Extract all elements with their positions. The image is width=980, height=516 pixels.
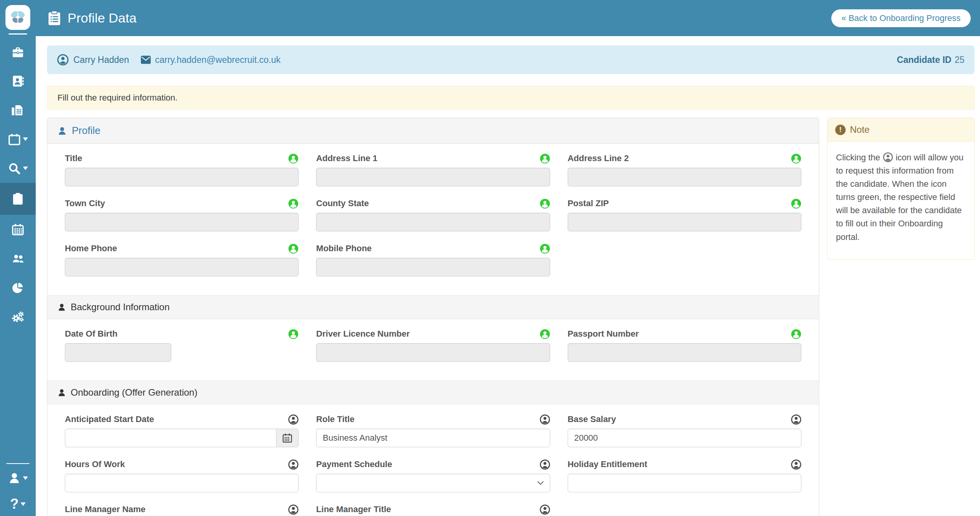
request-from-candidate-icon[interactable]	[540, 198, 550, 209]
sidebar-nav	[0, 37, 36, 331]
mobile-phone-input	[316, 258, 550, 276]
section-title: Background Information	[71, 302, 170, 313]
user-icon	[57, 303, 66, 311]
exclamation-circle-icon: !	[835, 125, 846, 135]
date-picker-button[interactable]	[276, 429, 299, 447]
request-from-candidate-icon[interactable]	[791, 153, 801, 164]
sidebar-item-pie-chart[interactable]	[0, 273, 36, 302]
field-payment-schedule: Payment Schedule	[316, 459, 550, 492]
request-from-candidate-icon[interactable]	[288, 243, 299, 254]
holiday-entitlement-input[interactable]	[568, 474, 801, 492]
request-from-candidate-icon[interactable]	[540, 504, 550, 515]
field-line-manager-title: Line Manager Title	[316, 504, 550, 516]
pie-chart-icon	[11, 281, 24, 294]
required-info-alert: Fill out the required information.	[47, 86, 975, 110]
sidebar-item-help[interactable]: ?	[0, 492, 36, 516]
field-label: Role Title	[316, 414, 354, 424]
request-from-candidate-icon[interactable]	[540, 153, 550, 164]
request-from-candidate-icon[interactable]	[540, 459, 550, 470]
form-row: Line Manager Name Line Manager Title	[47, 504, 819, 516]
user-icon	[57, 388, 66, 397]
sidebar: ?	[0, 0, 36, 516]
request-from-candidate-icon[interactable]	[540, 243, 550, 254]
request-from-candidate-icon[interactable]	[288, 198, 299, 209]
field-postal-zip: Postal ZIP	[568, 198, 801, 231]
field-home-phone: Home Phone	[65, 243, 299, 276]
back-to-onboarding-button[interactable]: « Back to Onboarding Progress	[831, 9, 971, 27]
request-from-candidate-icon[interactable]	[288, 153, 299, 164]
field-line-manager-name: Line Manager Name	[65, 504, 299, 516]
sidebar-item-fax[interactable]	[0, 96, 36, 125]
sidebar-item-address-book[interactable]	[0, 66, 36, 96]
clipboard-list-icon	[47, 10, 61, 26]
main-content: Carry Hadden carry.hadden@webrecruit.co.…	[36, 36, 980, 516]
request-from-candidate-icon[interactable]	[288, 329, 299, 339]
passport-number-input	[568, 343, 801, 362]
field-label: Line Manager Name	[65, 504, 146, 514]
field-address-line-2: Address Line 2	[568, 153, 801, 186]
fax-icon	[11, 104, 24, 116]
address-line-1-input	[316, 168, 550, 186]
clipboard-list-icon	[11, 193, 24, 205]
note-body: Clicking theicon will allow you to reque…	[827, 142, 974, 259]
town-city-input	[65, 213, 299, 231]
address-book-icon	[11, 75, 24, 87]
sidebar-item-calendar[interactable]	[0, 125, 36, 154]
chevron-down-icon	[23, 137, 28, 141]
field-hours-of-work: Hours Of Work	[65, 459, 299, 492]
user-circle-icon	[57, 54, 69, 66]
field-mobile-phone: Mobile Phone	[316, 243, 550, 276]
candidate-id-value: 25	[954, 55, 964, 65]
briefcase-icon	[11, 46, 24, 58]
request-from-candidate-icon[interactable]	[540, 329, 550, 339]
sidebar-bottom: ?	[0, 463, 36, 516]
sidebar-item-settings[interactable]	[0, 302, 36, 331]
field-label: Postal ZIP	[568, 198, 609, 208]
field-label: Line Manager Title	[316, 504, 391, 514]
users-icon	[11, 252, 24, 265]
field-town-city: Town City	[65, 198, 299, 231]
request-from-candidate-icon[interactable]	[288, 414, 299, 425]
field-base-salary: Base Salary	[568, 414, 801, 447]
field-label: Passport Number	[568, 329, 639, 339]
sidebar-item-users[interactable]	[0, 244, 36, 273]
sidebar-item-clipboard-active[interactable]	[0, 183, 36, 215]
calendar-icon	[8, 133, 21, 146]
field-label: Payment Schedule	[316, 459, 392, 469]
request-from-candidate-icon[interactable]	[288, 459, 299, 470]
request-from-candidate-icon[interactable]	[288, 504, 299, 515]
request-from-candidate-icon[interactable]	[791, 459, 801, 470]
calendar-grid-icon	[11, 223, 24, 236]
form-row: Title Address Line 1	[47, 153, 819, 186]
page-title: Profile Data	[47, 10, 137, 26]
request-from-candidate-icon[interactable]	[540, 414, 550, 425]
user-icon	[8, 472, 21, 484]
sidebar-item-search[interactable]	[0, 154, 36, 183]
role-title-input[interactable]	[316, 429, 550, 447]
request-from-candidate-icon[interactable]	[791, 414, 801, 425]
form-row: Town City County State	[47, 198, 819, 231]
field-label: Home Phone	[65, 243, 117, 254]
sidebar-item-calendar-grid[interactable]	[0, 215, 36, 244]
field-label: Address Line 1	[316, 153, 377, 163]
sidebar-item-account[interactable]	[0, 464, 36, 492]
payment-schedule-select[interactable]	[316, 474, 550, 492]
candidate-name: Carry Hadden	[73, 55, 129, 65]
envelope-icon	[141, 56, 151, 64]
field-empty	[568, 243, 801, 276]
app-logo[interactable]	[5, 5, 30, 30]
header: Profile Data « Back to Onboarding Progre…	[36, 0, 980, 36]
field-date-of-birth: Date Of Birth	[65, 328, 299, 362]
field-role-title: Role Title	[316, 414, 550, 447]
anticipated-start-date-input[interactable]	[65, 429, 276, 447]
request-from-candidate-icon[interactable]	[791, 329, 801, 339]
section-header-background-information: Background Information	[47, 295, 819, 319]
sidebar-item-briefcase[interactable]	[0, 37, 36, 66]
base-salary-input[interactable]	[568, 429, 801, 447]
candidate-email-link[interactable]: carry.hadden@webrecruit.co.uk	[141, 55, 280, 65]
field-label: Driver Licence Number	[316, 329, 410, 339]
driver-licence-number-input	[316, 343, 550, 362]
hours-of-work-input[interactable]	[65, 474, 299, 492]
logo-divider	[9, 33, 27, 35]
request-from-candidate-icon[interactable]	[791, 198, 801, 209]
